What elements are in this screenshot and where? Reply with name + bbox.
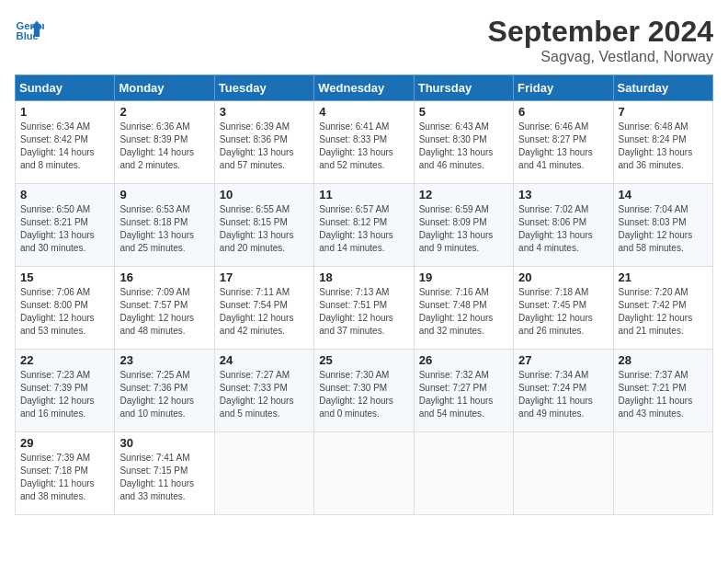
day-number: 4: [319, 105, 408, 119]
day-number: 18: [319, 270, 408, 284]
day-info: Sunrise: 6:48 AM Sunset: 8:24 PM Dayligh…: [619, 121, 708, 172]
day-info: Sunrise: 7:11 AM Sunset: 7:54 PM Dayligh…: [220, 286, 309, 338]
calendar-cell: 8Sunrise: 6:50 AM Sunset: 8:21 PM Daylig…: [16, 184, 115, 267]
calendar-cell: [314, 432, 414, 515]
day-number: 6: [518, 105, 608, 119]
calendar-week-3: 15Sunrise: 7:06 AM Sunset: 8:00 PM Dayli…: [16, 267, 713, 350]
day-number: 7: [619, 105, 708, 119]
day-number: 13: [518, 188, 608, 201]
page-header: General Blue September 2024 Sagvag, Vest…: [15, 15, 713, 65]
calendar-cell: 24Sunrise: 7:27 AM Sunset: 7:33 PM Dayli…: [214, 350, 313, 432]
day-number: 16: [119, 270, 209, 284]
day-number: 24: [220, 353, 309, 367]
calendar-table: SundayMondayTuesdayWednesdayThursdayFrid…: [15, 75, 713, 515]
day-info: Sunrise: 6:43 AM Sunset: 8:30 PM Dayligh…: [419, 121, 508, 172]
logo-icon: General Blue: [15, 15, 44, 44]
calendar-cell: 16Sunrise: 7:09 AM Sunset: 7:57 PM Dayli…: [115, 267, 214, 350]
day-info: Sunrise: 7:02 AM Sunset: 8:06 PM Dayligh…: [518, 203, 608, 255]
day-number: 2: [119, 105, 209, 119]
calendar-cell: 13Sunrise: 7:02 AM Sunset: 8:06 PM Dayli…: [514, 184, 613, 267]
calendar-header: SundayMondayTuesdayWednesdayThursdayFrid…: [16, 75, 713, 101]
day-number: 11: [319, 188, 408, 201]
day-info: Sunrise: 7:18 AM Sunset: 7:45 PM Dayligh…: [518, 286, 608, 338]
calendar-week-2: 8Sunrise: 6:50 AM Sunset: 8:21 PM Daylig…: [16, 184, 713, 267]
day-info: Sunrise: 6:55 AM Sunset: 8:15 PM Dayligh…: [220, 203, 309, 255]
calendar-cell: [214, 432, 313, 515]
calendar-cell: 25Sunrise: 7:30 AM Sunset: 7:30 PM Dayli…: [314, 350, 414, 432]
day-info: Sunrise: 6:57 AM Sunset: 8:12 PM Dayligh…: [319, 203, 408, 255]
day-info: Sunrise: 6:41 AM Sunset: 8:33 PM Dayligh…: [319, 121, 408, 172]
calendar-cell: 1Sunrise: 6:34 AM Sunset: 8:42 PM Daylig…: [16, 101, 115, 184]
logo: General Blue: [15, 15, 44, 44]
day-number: 10: [220, 188, 309, 201]
calendar-cell: 7Sunrise: 6:48 AM Sunset: 8:24 PM Daylig…: [613, 101, 712, 184]
day-info: Sunrise: 7:34 AM Sunset: 7:24 PM Dayligh…: [518, 369, 608, 420]
calendar-cell: 2Sunrise: 6:36 AM Sunset: 8:39 PM Daylig…: [115, 101, 214, 184]
day-info: Sunrise: 7:06 AM Sunset: 8:00 PM Dayligh…: [20, 286, 109, 338]
calendar-cell: 21Sunrise: 7:20 AM Sunset: 7:42 PM Dayli…: [613, 267, 712, 350]
calendar-cell: 15Sunrise: 7:06 AM Sunset: 8:00 PM Dayli…: [16, 267, 115, 350]
day-number: 17: [220, 270, 309, 284]
calendar-cell: 28Sunrise: 7:37 AM Sunset: 7:21 PM Dayli…: [613, 350, 712, 432]
weekday-header-tuesday: Tuesday: [214, 75, 313, 101]
calendar-cell: 23Sunrise: 7:25 AM Sunset: 7:36 PM Dayli…: [115, 350, 214, 432]
calendar-cell: 14Sunrise: 7:04 AM Sunset: 8:03 PM Dayli…: [613, 184, 712, 267]
day-info: Sunrise: 6:53 AM Sunset: 8:18 PM Dayligh…: [119, 203, 209, 255]
day-info: Sunrise: 7:37 AM Sunset: 7:21 PM Dayligh…: [619, 369, 708, 420]
day-info: Sunrise: 6:46 AM Sunset: 8:27 PM Dayligh…: [518, 121, 608, 172]
day-info: Sunrise: 7:20 AM Sunset: 7:42 PM Dayligh…: [619, 286, 708, 338]
title-area: September 2024 Sagvag, Vestland, Norway: [488, 15, 713, 65]
calendar-cell: [414, 432, 513, 515]
calendar-cell: 4Sunrise: 6:41 AM Sunset: 8:33 PM Daylig…: [314, 101, 414, 184]
day-number: 30: [119, 436, 209, 450]
day-number: 8: [20, 188, 109, 201]
day-info: Sunrise: 7:16 AM Sunset: 7:48 PM Dayligh…: [419, 286, 508, 338]
day-info: Sunrise: 7:39 AM Sunset: 7:18 PM Dayligh…: [20, 452, 109, 503]
calendar-cell: 29Sunrise: 7:39 AM Sunset: 7:18 PM Dayli…: [16, 432, 115, 515]
day-number: 25: [319, 353, 408, 367]
calendar-cell: 6Sunrise: 6:46 AM Sunset: 8:27 PM Daylig…: [514, 101, 613, 184]
calendar-cell: [514, 432, 613, 515]
weekday-header-friday: Friday: [514, 75, 613, 101]
calendar-cell: 27Sunrise: 7:34 AM Sunset: 7:24 PM Dayli…: [514, 350, 613, 432]
day-info: Sunrise: 7:13 AM Sunset: 7:51 PM Dayligh…: [319, 286, 408, 338]
day-number: 1: [20, 105, 109, 119]
day-number: 27: [518, 353, 608, 367]
day-number: 23: [119, 353, 209, 367]
day-info: Sunrise: 6:36 AM Sunset: 8:39 PM Dayligh…: [119, 121, 209, 172]
day-number: 29: [20, 436, 109, 450]
location-subtitle: Sagvag, Vestland, Norway: [488, 49, 713, 65]
calendar-cell: 30Sunrise: 7:41 AM Sunset: 7:15 PM Dayli…: [115, 432, 214, 515]
weekday-header-thursday: Thursday: [414, 75, 513, 101]
calendar-cell: 18Sunrise: 7:13 AM Sunset: 7:51 PM Dayli…: [314, 267, 414, 350]
day-info: Sunrise: 6:50 AM Sunset: 8:21 PM Dayligh…: [20, 203, 109, 255]
day-info: Sunrise: 7:09 AM Sunset: 7:57 PM Dayligh…: [119, 286, 209, 338]
day-number: 28: [619, 353, 708, 367]
calendar-cell: 12Sunrise: 6:59 AM Sunset: 8:09 PM Dayli…: [414, 184, 513, 267]
day-number: 14: [619, 188, 708, 201]
weekday-header-row: SundayMondayTuesdayWednesdayThursdayFrid…: [16, 75, 713, 101]
calendar-cell: 11Sunrise: 6:57 AM Sunset: 8:12 PM Dayli…: [314, 184, 414, 267]
day-number: 5: [419, 105, 508, 119]
day-info: Sunrise: 7:25 AM Sunset: 7:36 PM Dayligh…: [119, 369, 209, 420]
calendar-cell: [613, 432, 712, 515]
calendar-body: 1Sunrise: 6:34 AM Sunset: 8:42 PM Daylig…: [16, 101, 713, 515]
day-number: 15: [20, 270, 109, 284]
calendar-cell: 22Sunrise: 7:23 AM Sunset: 7:39 PM Dayli…: [16, 350, 115, 432]
day-info: Sunrise: 7:04 AM Sunset: 8:03 PM Dayligh…: [619, 203, 708, 255]
calendar-cell: 5Sunrise: 6:43 AM Sunset: 8:30 PM Daylig…: [414, 101, 513, 184]
calendar-cell: 26Sunrise: 7:32 AM Sunset: 7:27 PM Dayli…: [414, 350, 513, 432]
calendar-cell: 19Sunrise: 7:16 AM Sunset: 7:48 PM Dayli…: [414, 267, 513, 350]
calendar-cell: 10Sunrise: 6:55 AM Sunset: 8:15 PM Dayli…: [214, 184, 313, 267]
day-info: Sunrise: 6:34 AM Sunset: 8:42 PM Dayligh…: [20, 121, 109, 172]
day-info: Sunrise: 6:39 AM Sunset: 8:36 PM Dayligh…: [220, 121, 309, 172]
day-number: 12: [419, 188, 508, 201]
day-info: Sunrise: 6:59 AM Sunset: 8:09 PM Dayligh…: [419, 203, 508, 255]
day-info: Sunrise: 7:23 AM Sunset: 7:39 PM Dayligh…: [20, 369, 109, 420]
day-info: Sunrise: 7:32 AM Sunset: 7:27 PM Dayligh…: [419, 369, 508, 420]
weekday-header-monday: Monday: [115, 75, 214, 101]
day-number: 21: [619, 270, 708, 284]
weekday-header-saturday: Saturday: [613, 75, 712, 101]
weekday-header-wednesday: Wednesday: [314, 75, 414, 101]
day-number: 20: [518, 270, 608, 284]
